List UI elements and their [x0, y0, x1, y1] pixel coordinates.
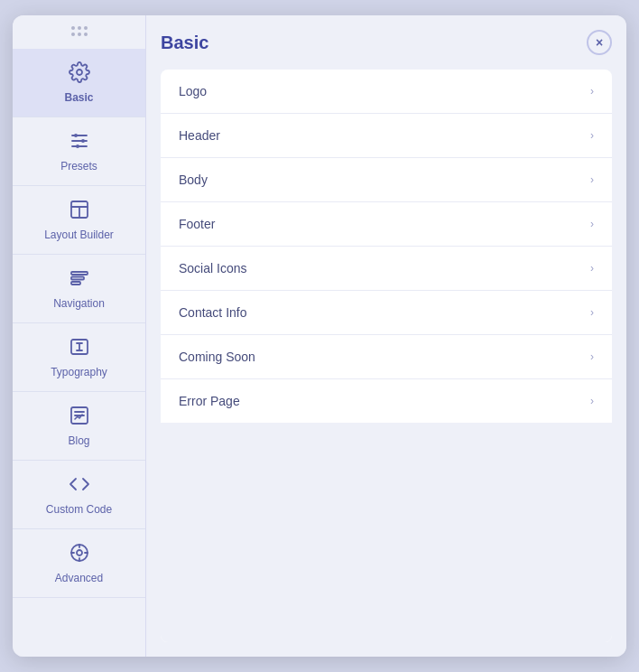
sliders-icon: [69, 130, 90, 154]
drag-handle: [71, 26, 88, 36]
svg-point-0: [77, 70, 82, 75]
panel-item-label-logo: Logo: [179, 84, 207, 98]
panel-item-contact-info[interactable]: Contact Info›: [161, 291, 612, 335]
svg-point-18: [77, 550, 82, 555]
panel-item-header[interactable]: Header›: [161, 114, 612, 158]
panel-title: Basic: [161, 33, 208, 53]
chevron-right-icon: ›: [590, 350, 594, 363]
sidebar-item-presets[interactable]: Presets: [13, 117, 145, 186]
sidebar-item-navigation[interactable]: Navigation: [13, 255, 145, 323]
panel-item-label-contact-info: Contact Info: [179, 305, 247, 320]
advanced-icon: [69, 542, 90, 566]
panel-item-body[interactable]: Body›: [161, 158, 612, 202]
sidebar: Basic Presets: [13, 15, 146, 657]
sidebar-item-label-navigation: Navigation: [53, 297, 105, 310]
sidebar-item-label-blog: Blog: [68, 434, 89, 447]
panel-item-label-body: Body: [179, 173, 208, 187]
chevron-right-icon: ›: [590, 262, 594, 275]
panel-item-logo[interactable]: Logo›: [161, 70, 612, 114]
svg-point-4: [74, 134, 78, 137]
panel-list: Logo›Header›Body›Footer›Social Icons›Con…: [161, 70, 612, 423]
panel-item-label-footer: Footer: [179, 217, 215, 231]
navigation-icon: [69, 267, 90, 292]
sidebar-item-label-custom-code: Custom Code: [46, 503, 112, 516]
panel-item-label-coming-soon: Coming Soon: [179, 350, 255, 364]
main-panel: Basic × Logo›Header›Body›Footer›Social I…: [146, 15, 626, 657]
chevron-right-icon: ›: [590, 173, 594, 186]
panel-empty-area: [161, 423, 612, 642]
svg-point-5: [81, 139, 85, 143]
svg-rect-11: [71, 277, 84, 280]
sidebar-item-label-typography: Typography: [51, 366, 107, 378]
panel-item-label-error-page: Error Page: [179, 394, 240, 408]
panel-item-social-icons[interactable]: Social Icons›: [161, 247, 612, 291]
svg-point-6: [76, 145, 79, 148]
panel-item-label-header: Header: [179, 128, 220, 143]
panel-content: Logo›Header›Body›Footer›Social Icons›Con…: [161, 70, 612, 642]
typography-icon: [69, 336, 90, 360]
sidebar-item-custom-code[interactable]: Custom Code: [13, 461, 145, 529]
chevron-right-icon: ›: [590, 85, 594, 98]
panel-item-error-page[interactable]: Error Page›: [161, 379, 612, 423]
sidebar-item-label-advanced: Advanced: [55, 572, 103, 584]
sidebar-item-advanced[interactable]: Advanced: [13, 529, 145, 598]
chevron-right-icon: ›: [590, 218, 594, 230]
code-icon: [69, 473, 90, 498]
panel-item-coming-soon[interactable]: Coming Soon›: [161, 335, 612, 379]
blog-icon: [69, 405, 90, 429]
panel-item-footer[interactable]: Footer›: [161, 202, 612, 247]
chevron-right-icon: ›: [590, 395, 594, 407]
sidebar-item-typography[interactable]: Typography: [13, 323, 145, 392]
svg-rect-12: [71, 282, 80, 285]
sidebar-item-label-basic: Basic: [64, 91, 93, 104]
panel-header: Basic ×: [161, 30, 612, 55]
sidebar-item-layout-builder[interactable]: Layout Builder: [13, 186, 145, 255]
chevron-right-icon: ›: [590, 306, 594, 319]
chevron-right-icon: ›: [590, 129, 594, 142]
svg-rect-10: [71, 272, 88, 275]
close-button[interactable]: ×: [587, 30, 612, 55]
layout-icon: [69, 199, 90, 223]
sidebar-item-basic[interactable]: Basic: [13, 49, 145, 117]
app-wrapper: Basic Presets: [13, 15, 626, 657]
panel-item-label-social-icons: Social Icons: [179, 261, 246, 275]
gear-icon: [69, 61, 90, 86]
sidebar-item-label-presets: Presets: [60, 160, 97, 173]
sidebar-item-label-layout-builder: Layout Builder: [44, 229, 114, 241]
sidebar-item-blog[interactable]: Blog: [13, 392, 145, 461]
